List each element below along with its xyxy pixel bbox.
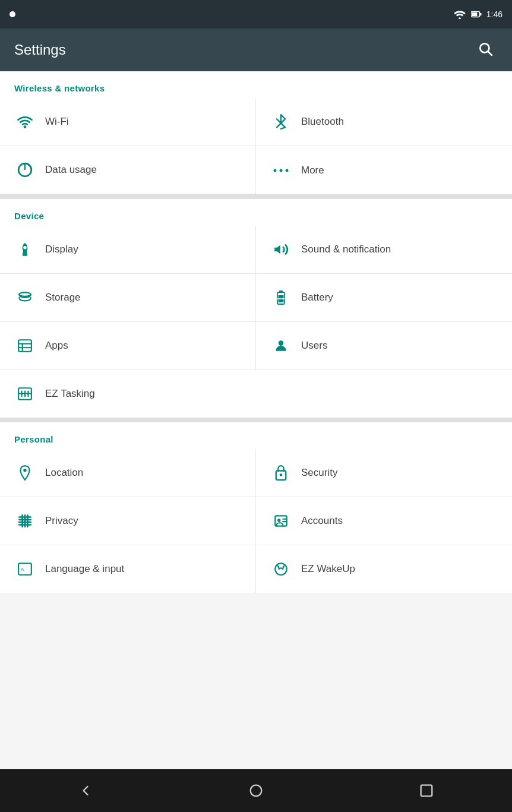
more-label: More [301,165,324,176]
more-item[interactable]: More [256,146,512,194]
svg-rect-20 [18,340,31,352]
apps-item[interactable]: Apps [0,322,256,370]
apps-label: Apps [45,340,68,352]
data-usage-icon [14,159,36,181]
ez-tasking-item[interactable]: EZ Tasking [0,370,512,418]
battery-status-icon [471,10,482,19]
wireless-section: Wireless & networks Wi-Fi [0,71,512,199]
svg-point-0 [459,17,461,19]
personal-grid: Location Security [0,449,512,593]
sound-label: Sound & notification [301,244,391,255]
wifi-label: Wi-Fi [45,116,69,128]
svg-point-30 [23,469,26,472]
svg-point-10 [274,169,277,172]
svg-point-12 [286,169,289,172]
device-section-header: Device [0,199,512,226]
search-button[interactable] [473,36,498,64]
battery-label: Battery [301,292,333,304]
svg-point-11 [280,169,283,172]
status-bar: 1:46 [0,0,512,29]
recents-button[interactable] [404,775,449,806]
users-label: Users [301,340,327,352]
wireless-grid: Wi-Fi Bluetooth [0,98,512,194]
users-icon [270,335,292,356]
ez-tasking-label: EZ Tasking [45,388,95,400]
sound-item[interactable]: Sound & notification [256,226,512,274]
privacy-item[interactable]: Privacy [0,497,256,545]
device-section: Device Display [0,199,512,422]
bluetooth-icon [270,111,292,132]
ez-wakeup-icon [270,558,292,580]
bluetooth-label: Bluetooth [301,116,344,128]
svg-point-13 [23,246,26,249]
device-grid: Display Sound & notification [0,226,512,418]
wireless-section-header: Wireless & networks [0,71,512,98]
personal-section-header: Personal [0,422,512,449]
language-item[interactable]: A Language & input [0,545,256,593]
status-bar-left [10,11,15,17]
home-button[interactable] [233,775,279,806]
nav-bar [0,769,512,812]
battery-icon [270,287,292,308]
svg-rect-46 [275,563,287,575]
app-bar: Settings [0,29,512,71]
display-icon [14,239,36,260]
security-item[interactable]: Security [256,449,512,497]
svg-rect-48 [421,785,432,797]
data-usage-item[interactable]: Data usage [0,146,256,194]
privacy-icon [14,510,36,532]
display-item[interactable]: Display [0,226,256,274]
bluetooth-item[interactable]: Bluetooth [256,98,512,146]
language-label: Language & input [45,563,124,575]
storage-item[interactable]: Storage [0,274,256,322]
back-button[interactable] [63,775,108,806]
back-icon [77,782,94,799]
svg-point-24 [279,340,284,346]
ez-wakeup-label: EZ WakeUp [301,563,355,575]
search-icon [478,41,493,56]
status-bar-right: 1:46 [453,10,502,19]
svg-point-41 [277,519,280,522]
accounts-icon [270,510,292,532]
storage-label: Storage [45,292,81,304]
status-time: 1:46 [486,10,502,19]
recents-icon [418,782,435,799]
main-content: Wireless & networks Wi-Fi [0,71,512,769]
svg-rect-3 [480,13,482,16]
ez-tasking-icon [14,383,36,405]
accounts-label: Accounts [301,515,343,527]
wifi-icon [14,111,36,132]
location-icon [14,462,36,484]
svg-point-15 [19,292,31,296]
battery-item[interactable]: Battery [256,274,512,322]
personal-section: Personal Location [0,422,512,593]
svg-rect-2 [472,12,477,16]
wifi-status-icon [453,10,466,19]
sound-icon [270,239,292,260]
svg-point-32 [280,473,283,476]
security-label: Security [301,467,337,479]
apps-icon [14,335,36,356]
storage-icon [14,287,36,308]
svg-point-47 [251,785,262,797]
svg-text:A: A [20,566,24,573]
svg-rect-17 [279,290,283,292]
privacy-label: Privacy [45,515,78,527]
svg-line-8 [277,123,281,127]
notification-dot [10,11,15,17]
location-item[interactable]: Location [0,449,256,497]
svg-line-5 [488,52,492,55]
home-icon [248,782,264,799]
ez-wakeup-item[interactable]: EZ WakeUp [256,545,512,593]
users-item[interactable]: Users [256,322,512,370]
more-dots-icon [270,160,292,181]
accounts-item[interactable]: Accounts [256,497,512,545]
language-icon: A [14,558,36,580]
app-bar-title: Settings [14,42,66,58]
security-icon [270,462,292,484]
wifi-item[interactable]: Wi-Fi [0,98,256,146]
svg-marker-14 [274,245,280,254]
svg-point-6 [24,127,26,128]
data-usage-label: Data usage [45,164,97,176]
display-label: Display [45,244,78,255]
